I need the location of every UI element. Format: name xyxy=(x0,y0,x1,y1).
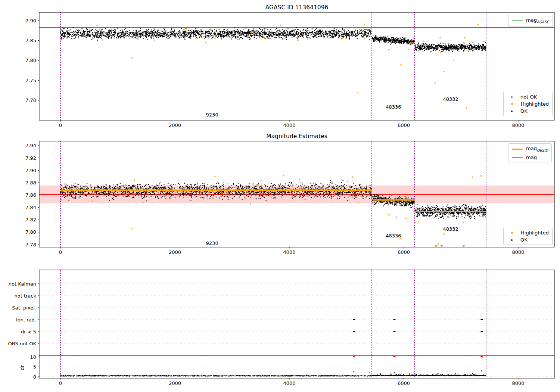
legend-line-swatch xyxy=(512,21,523,21)
x-tick-label: 8000 xyxy=(512,380,524,386)
legend-item-label: not OK xyxy=(520,94,537,100)
legend-item-label: magAGASC xyxy=(526,17,549,25)
y-tick-label: 7.70 xyxy=(25,97,36,103)
middle-plot: 92304833648332020004000600080007.947.927… xyxy=(25,141,554,255)
obsid-annotation: 9230 xyxy=(206,112,218,118)
plot-frame xyxy=(39,12,554,120)
x-tick-label: 2000 xyxy=(169,249,181,255)
legend-item-label: OK xyxy=(520,237,528,243)
legend-item: OK xyxy=(507,237,549,243)
legend-dot-swatch xyxy=(511,111,513,112)
y-tick-label: 7.88 xyxy=(25,180,36,186)
legend-item: Highlighted xyxy=(507,101,549,107)
x-tick-label: 6000 xyxy=(398,380,410,386)
obsid-annotation: 48332 xyxy=(443,96,458,102)
top-plot: 92304833648332020004000600080007.907.857… xyxy=(25,12,554,128)
y-tick-label: 7.84 xyxy=(25,205,36,210)
legend-item: Highlighted xyxy=(507,230,549,236)
y-tick-label: 7.92 xyxy=(25,155,36,161)
x-tick-label: 2000 xyxy=(169,122,181,128)
legend-item-label: Highlighted xyxy=(521,101,549,107)
legend-dot-swatch xyxy=(511,96,513,98)
legend-line-swatch xyxy=(512,157,523,158)
flag-row-label: Ion. rad. xyxy=(16,317,36,323)
flag-markers xyxy=(353,319,483,332)
y-tick-label: 7.86 xyxy=(25,192,36,198)
x-tick-label: 2000 xyxy=(169,380,181,386)
x-tick-label: 4000 xyxy=(283,380,295,386)
legend-item: mag xyxy=(512,155,548,160)
x-tick-label: 8000 xyxy=(512,249,524,255)
legend-status-middle: HighlightedOK xyxy=(503,228,553,245)
obsid-annotation: 48336 xyxy=(386,104,401,110)
legend-status-top: not OKHighlightedOK xyxy=(503,92,553,116)
flag-row-label: Sat. pixel. xyxy=(12,305,36,311)
x-tick-label: 0 xyxy=(59,380,62,386)
legend-item: magAGASC xyxy=(512,17,549,25)
x-tick-label: 8000 xyxy=(512,122,524,128)
y-tick-label: 7.94 xyxy=(25,143,36,148)
flag-row-label: dr > 5 xyxy=(21,329,36,335)
flag-row-label: OBS not OK xyxy=(8,341,37,346)
y-tick-label: 7.90 xyxy=(25,18,36,24)
dr-tick-label: 5 xyxy=(33,364,36,370)
flag-row-label: not track xyxy=(14,293,36,299)
scatter-ok xyxy=(60,27,486,52)
legend-dot-swatch xyxy=(511,232,513,234)
legend-item: not OK xyxy=(507,94,549,100)
plot-frame xyxy=(39,270,554,378)
y-tick-label: 7.85 xyxy=(25,38,36,43)
legend-dot-swatch xyxy=(511,103,513,105)
x-tick-label: 0 xyxy=(59,122,62,128)
dr-tick-label: 10 xyxy=(30,354,36,360)
legend-item: OK xyxy=(507,108,549,114)
obsid-annotation: 48332 xyxy=(443,226,458,232)
legend-item: magOBSID xyxy=(512,146,548,153)
dr-axis-label: dr xyxy=(19,365,25,370)
flag-row-label: not Kalman xyxy=(9,281,36,287)
figure: 92304833648332020004000600080007.907.857… xyxy=(0,0,560,392)
y-tick-label: 7.82 xyxy=(25,217,36,223)
top-chart-title: AGASC ID 113641096 xyxy=(265,4,329,11)
legend-dot-swatch xyxy=(511,239,513,241)
dr-not-ok-markers xyxy=(353,356,483,357)
obsid-annotation: 9230 xyxy=(206,240,218,246)
dr-tick-label: 0 xyxy=(33,374,36,380)
scatter-highlighted xyxy=(97,24,485,109)
legend-item-label: mag xyxy=(526,155,537,160)
y-tick-label: 7.78 xyxy=(25,242,36,248)
middle-chart-title: Magnitude Estimates xyxy=(266,133,327,140)
y-tick-label: 7.80 xyxy=(25,57,36,63)
legend-mag-agasc: magAGASC xyxy=(508,15,553,27)
legend-mag-lines: magOBSIDmag xyxy=(508,143,552,162)
legend-item-label: magOBSID xyxy=(526,146,548,153)
x-tick-label: 0 xyxy=(59,249,62,255)
legend-line-swatch xyxy=(512,149,523,150)
dr-scatter-ok xyxy=(60,370,486,376)
y-tick-label: 7.75 xyxy=(25,78,36,83)
y-tick-label: 7.80 xyxy=(25,229,36,235)
legend-item-label: Highlighted xyxy=(521,230,549,236)
obsid-annotation: 48336 xyxy=(386,233,401,239)
x-tick-label: 6000 xyxy=(398,122,410,128)
x-tick-label: 6000 xyxy=(398,249,410,255)
y-tick-label: 7.90 xyxy=(25,168,36,173)
charts-canvas: 92304833648332020004000600080007.907.857… xyxy=(0,0,560,392)
x-tick-label: 4000 xyxy=(283,122,295,128)
x-tick-label: 4000 xyxy=(283,249,295,255)
bottom-plot: 02000400060008000not Kalmannot trackSat.… xyxy=(8,270,555,386)
legend-item-label: OK xyxy=(520,108,528,114)
